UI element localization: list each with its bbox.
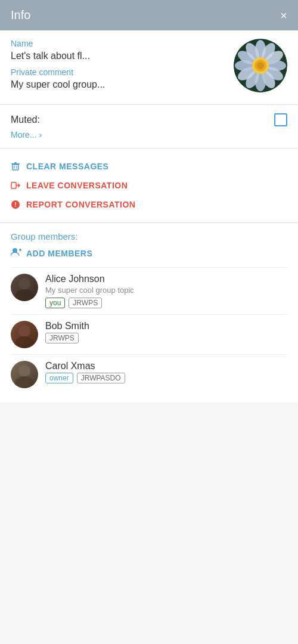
name-value: Let's talk about fl... (11, 51, 226, 61)
svg-rect-17 (13, 165, 18, 170)
member-avatar (11, 361, 38, 388)
add-members-button[interactable]: ADD MEMBERS (11, 247, 287, 259)
member-info: Bob Smith JRWPS (45, 321, 287, 343)
clear-messages-button[interactable]: CLEAR MESSAGES (11, 157, 287, 176)
more-label: More... (11, 130, 37, 140)
svg-point-30 (15, 289, 34, 301)
header-title: Info (11, 8, 30, 22)
info-header: Info × (0, 0, 298, 30)
member-tag: you (45, 298, 65, 308)
members-header-label: Group members: (11, 231, 287, 242)
trash-icon (11, 162, 20, 171)
svg-point-33 (18, 365, 30, 377)
leave-conversation-label: LEAVE CONVERSATION (26, 181, 128, 190)
name-section: Name Let's talk about fl... Private comm… (0, 30, 298, 105)
member-tag: JRWPS (69, 298, 102, 308)
more-link[interactable]: More... › (11, 130, 287, 140)
muted-label: Muted: (11, 114, 40, 125)
svg-point-16 (257, 62, 264, 69)
svg-point-29 (18, 278, 30, 290)
add-person-icon (11, 247, 21, 259)
svg-point-34 (15, 376, 34, 388)
member-tags: ownerJRWPASDO (45, 373, 287, 383)
name-label: Name (11, 39, 226, 48)
members-section: Group members: ADD MEMBERS Alice Johnson… (0, 223, 298, 402)
member-info: Alice Johnson My super cool group topic … (45, 274, 287, 308)
report-conversation-button[interactable]: ! REPORT CONVERSATION (11, 195, 287, 214)
member-tag: owner (45, 373, 73, 383)
leave-conversation-button[interactable]: LEAVE CONVERSATION (11, 176, 287, 195)
member-tag: JRWPASDO (77, 373, 125, 383)
group-avatar (234, 39, 287, 92)
member-tags: JRWPS (45, 333, 287, 343)
svg-rect-19 (14, 162, 17, 163)
clear-messages-label: CLEAR MESSAGES (26, 162, 108, 171)
member-row: Alice Johnson My super cool group topic … (11, 267, 287, 314)
member-row: Bob Smith JRWPS (11, 314, 287, 354)
comment-value: My super cool group... (11, 79, 226, 90)
muted-section: Muted: More... › (0, 105, 298, 148)
member-name: Bob Smith (45, 321, 287, 332)
member-name: Alice Johnson (45, 274, 287, 284)
svg-point-32 (15, 336, 34, 348)
report-conversation-label: REPORT CONVERSATION (26, 200, 135, 209)
add-members-label: ADD MEMBERS (26, 249, 92, 258)
actions-section: CLEAR MESSAGES LEAVE CONVERSATION ! REPO… (0, 148, 298, 223)
member-row: Carol Xmas ownerJRWPASDO (11, 354, 287, 394)
report-icon: ! (11, 200, 20, 209)
svg-rect-18 (11, 163, 20, 165)
member-avatar (11, 321, 38, 348)
svg-rect-22 (11, 182, 16, 188)
svg-text:!: ! (14, 201, 17, 208)
chevron-right-icon: › (39, 130, 42, 140)
svg-point-31 (18, 325, 30, 337)
close-button[interactable]: × (280, 10, 287, 21)
member-tags: youJRWPS (45, 298, 287, 308)
member-topic: My super cool group topic (45, 286, 287, 295)
muted-checkbox[interactable] (274, 113, 287, 126)
member-tag: JRWPS (45, 333, 79, 343)
member-info: Carol Xmas ownerJRWPASDO (45, 361, 287, 383)
member-avatar (11, 274, 38, 301)
comment-label: Private comment (11, 67, 226, 77)
muted-row: Muted: (11, 113, 287, 126)
member-name: Carol Xmas (45, 361, 287, 371)
leave-icon (11, 181, 20, 190)
name-info: Name Let's talk about fl... Private comm… (11, 39, 226, 96)
members-list: Alice Johnson My super cool group topic … (11, 267, 287, 394)
